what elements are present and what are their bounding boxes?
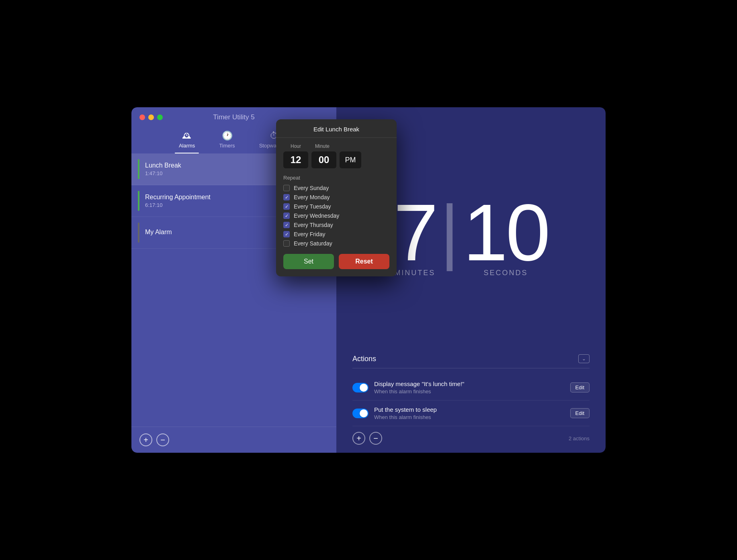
- repeat-label: Repeat: [283, 175, 389, 181]
- app-window: Timer Utility 5 🕰 Alarms 🕐 Timers ⏱ Stop…: [131, 107, 606, 453]
- actions-area: Actions ⌄ Display message "It's lunch ti…: [336, 354, 606, 453]
- label-sunday: Every Sunday: [294, 185, 329, 191]
- actions-footer-buttons: + −: [352, 432, 382, 445]
- checkbox-tuesday[interactable]: [283, 203, 290, 210]
- traffic-lights: [139, 114, 163, 120]
- popup-buttons: Set Reset: [283, 254, 389, 269]
- label-monday: Every Monday: [294, 194, 330, 200]
- alarms-icon: 🕰: [182, 131, 191, 141]
- hour-picker: Hour 12: [283, 143, 308, 168]
- time-separator: |: [436, 195, 463, 267]
- action-info-1: Display message "It's lunch time!" When …: [374, 380, 565, 394]
- action-name-1: Display message "It's lunch time!": [374, 380, 565, 387]
- actions-footer: + − 2 actions: [352, 426, 590, 445]
- actions-title: Actions: [352, 355, 376, 363]
- minutes-label: MINUTES: [394, 269, 435, 277]
- label-tuesday: Every Tuesday: [294, 203, 331, 210]
- action-desc-1: When this alarm finishes: [374, 388, 565, 394]
- minute-value[interactable]: 00: [311, 151, 336, 168]
- tab-alarms[interactable]: 🕰 Alarms: [167, 128, 207, 153]
- time-picker-row: Hour 12 Minute 00 PM: [283, 143, 389, 168]
- label-friday: Every Friday: [294, 231, 326, 237]
- seconds-value: 10: [463, 192, 548, 273]
- checkbox-wednesday[interactable]: [283, 213, 290, 219]
- fullscreen-button[interactable]: [157, 114, 163, 120]
- action-item-2: Put the system to sleep When this alarm …: [352, 401, 590, 426]
- action-name-2: Put the system to sleep: [374, 406, 565, 413]
- hour-label: Hour: [291, 143, 301, 149]
- checkbox-saturday[interactable]: [283, 240, 290, 247]
- repeat-options: Every Sunday Every Monday Every Tuesday …: [283, 185, 389, 247]
- minutes-display: 7 MINUTES: [393, 192, 436, 277]
- alarm-name-1: Lunch Break: [145, 162, 295, 169]
- action-edit-button-2[interactable]: Edit: [570, 408, 590, 418]
- label-saturday: Every Saturday: [294, 240, 332, 247]
- repeat-wednesday[interactable]: Every Wednesday: [283, 213, 389, 219]
- seconds-label: SECONDS: [483, 269, 528, 277]
- minutes-value: 7: [393, 192, 436, 273]
- checkbox-sunday[interactable]: [283, 185, 290, 191]
- tab-alarms-label: Alarms: [179, 143, 195, 149]
- repeat-monday[interactable]: Every Monday: [283, 194, 389, 200]
- action-item-1: Display message "It's lunch time!" When …: [352, 375, 590, 401]
- action-edit-button-1[interactable]: Edit: [570, 382, 590, 392]
- actions-count: 2 actions: [569, 435, 590, 441]
- close-button[interactable]: [139, 114, 145, 120]
- reset-button[interactable]: Reset: [339, 254, 389, 269]
- minute-picker: Minute 00: [308, 143, 336, 168]
- minimize-button[interactable]: [148, 114, 154, 120]
- action-info-2: Put the system to sleep When this alarm …: [374, 406, 565, 420]
- seconds-display: 10 SECONDS: [463, 192, 548, 277]
- alarm-info-1: Lunch Break 1:47:10: [145, 162, 295, 176]
- action-toggle-1[interactable]: [352, 383, 368, 392]
- sidebar-bottom: + −: [131, 427, 336, 453]
- edit-popup: Edit Lunch Break Hour 12 Minute 00 PM Re…: [276, 119, 397, 276]
- repeat-tuesday[interactable]: Every Tuesday: [283, 203, 389, 210]
- timers-icon: 🕐: [222, 131, 233, 141]
- alarm-indicator-1: [138, 159, 139, 179]
- actions-expand-button[interactable]: ⌄: [578, 354, 590, 363]
- remove-alarm-button[interactable]: −: [156, 433, 169, 446]
- repeat-friday[interactable]: Every Friday: [283, 231, 389, 237]
- repeat-thursday[interactable]: Every Thursday: [283, 222, 389, 228]
- action-desc-2: When this alarm finishes: [374, 414, 565, 420]
- action-toggle-2[interactable]: [352, 409, 368, 418]
- checkbox-friday[interactable]: [283, 231, 290, 237]
- ampm-picker[interactable]: PM: [340, 151, 361, 168]
- window-title: Timer Utility 5: [213, 113, 254, 121]
- remove-action-button[interactable]: −: [369, 432, 382, 445]
- actions-header: Actions ⌄: [352, 354, 590, 368]
- checkbox-thursday[interactable]: [283, 222, 290, 228]
- alarm-indicator-3: [138, 223, 139, 243]
- label-wednesday: Every Wednesday: [294, 213, 339, 219]
- popup-body: Hour 12 Minute 00 PM Repeat Every Sunday…: [276, 138, 397, 276]
- hour-value[interactable]: 12: [283, 151, 308, 168]
- repeat-saturday[interactable]: Every Saturday: [283, 240, 389, 247]
- alarm-indicator-2: [138, 191, 139, 211]
- checkbox-monday[interactable]: [283, 194, 290, 200]
- minute-label: Minute: [315, 143, 330, 149]
- tab-timers[interactable]: 🕐 Timers: [207, 128, 247, 153]
- label-thursday: Every Thursday: [294, 222, 333, 228]
- popup-title: Edit Lunch Break: [276, 119, 397, 138]
- add-action-button[interactable]: +: [352, 432, 365, 445]
- set-button[interactable]: Set: [283, 254, 334, 269]
- repeat-sunday[interactable]: Every Sunday: [283, 185, 389, 191]
- alarm-remaining-1: 1:47:10: [145, 170, 295, 176]
- tab-timers-label: Timers: [219, 143, 235, 149]
- add-alarm-button[interactable]: +: [139, 433, 152, 446]
